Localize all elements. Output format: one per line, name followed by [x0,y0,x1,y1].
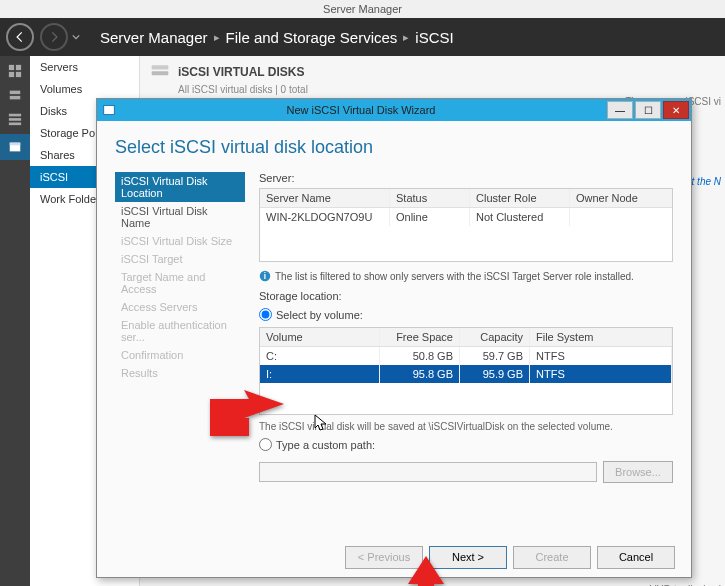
content-subtitle: All iSCSI virtual disks | 0 total [178,84,715,95]
col-free[interactable]: Free Space [380,328,460,346]
step-confirm: Confirmation [115,346,245,364]
cap-cell: 59.7 GB [460,347,530,365]
vol-cell: I: [260,365,380,383]
volume-table-header: Volume Free Space Capacity File System [260,328,672,347]
cursor-icon [314,414,328,436]
svg-marker-24 [408,556,444,586]
sidebar-item-volumes[interactable]: Volumes [30,78,139,100]
chevron-down-icon [72,33,80,41]
minimize-button[interactable]: — [607,101,633,119]
volume-row-i[interactable]: I: 95.8 GB 95.9 GB NTFS [260,365,672,383]
col-status[interactable]: Status [390,189,470,207]
svg-rect-2 [9,72,14,77]
col-filesystem[interactable]: File System [530,328,672,346]
step-size: iSCSI Virtual Disk Size [115,232,245,250]
content-title: iSCSI VIRTUAL DISKS [178,65,304,79]
cap-cell: 95.9 GB [460,365,530,383]
wizard-steps: iSCSI Virtual Disk Location iSCSI Virtua… [115,172,245,529]
server-section-label: Server: [259,172,673,184]
svg-rect-3 [16,72,21,77]
info-text: The list is filtered to show only server… [275,271,634,282]
info-icon: i [259,270,271,282]
cancel-button[interactable]: Cancel [597,546,675,569]
server-owner-cell [570,208,672,226]
wizard-titlebar[interactable]: New iSCSI Virtual Disk Wizard — ☐ ✕ [97,99,691,121]
col-capacity[interactable]: Capacity [460,328,530,346]
free-cell: 50.8 GB [380,347,460,365]
step-location[interactable]: iSCSI Virtual Disk Location [115,172,245,202]
svg-rect-0 [9,65,14,70]
svg-rect-7 [9,118,21,121]
server-icon[interactable] [6,86,24,104]
radio-volume-label: Select by volume: [276,309,363,321]
create-button[interactable]: Create [513,546,591,569]
all-servers-icon[interactable] [6,110,24,128]
breadcrumb: Server Manager ▸ File and Storage Servic… [100,29,454,46]
back-button[interactable] [6,23,34,51]
maximize-button[interactable]: ☐ [635,101,661,119]
breadcrumb-sep-icon: ▸ [214,31,220,44]
svg-text:i: i [264,272,266,281]
forward-button[interactable] [40,23,68,51]
volume-row-c[interactable]: C: 50.8 GB 59.7 GB NTFS [260,347,672,365]
svg-rect-8 [9,123,21,126]
disk-stack-icon [150,62,170,82]
fs-cell: NTFS [530,365,672,383]
svg-rect-13 [104,106,115,115]
col-owner[interactable]: Owner Node [570,189,672,207]
server-status-cell: Online [390,208,470,226]
annotation-arrow-volume [210,390,290,460]
svg-rect-1 [16,65,21,70]
info-note: i The list is filtered to show only serv… [259,270,673,282]
browse-button[interactable]: Browse... [603,461,673,483]
wizard-heading: Select iSCSI virtual disk location [115,137,673,158]
nav-history-dropdown[interactable] [70,23,82,51]
svg-rect-6 [9,114,21,117]
sidebar-item-servers[interactable]: Servers [30,56,139,78]
custom-path-input[interactable] [259,462,597,482]
breadcrumb-sep-icon: ▸ [403,31,409,44]
col-cluster[interactable]: Cluster Role [470,189,570,207]
annotation-arrow-next [396,556,456,586]
storage-location-label: Storage location: [259,290,673,302]
server-table[interactable]: Server Name Status Cluster Role Owner No… [259,188,673,262]
app-titlebar: Server Manager [0,0,725,18]
arrow-right-icon [47,30,61,44]
header: Server Manager ▸ File and Storage Servic… [0,18,725,56]
free-cell: 95.8 GB [380,365,460,383]
step-target-name: Target Name and Access [115,268,245,298]
step-results: Results [115,364,245,382]
step-auth: Enable authentication ser... [115,316,245,346]
volume-table[interactable]: Volume Free Space Capacity File System C… [259,327,673,415]
fs-cell: NTFS [530,347,672,365]
step-target: iSCSI Target [115,250,245,268]
icon-strip [0,56,30,586]
arrow-left-icon [13,30,27,44]
svg-rect-11 [152,65,169,69]
server-row[interactable]: WIN-2KLDOGN7O9U Online Not Clustered [260,208,672,226]
server-cluster-cell: Not Clustered [470,208,570,226]
svg-rect-10 [10,143,21,146]
radio-select-volume[interactable] [259,308,272,321]
dashboard-icon[interactable] [6,62,24,80]
radio-custom-label: Type a custom path: [276,439,375,451]
file-services-icon[interactable] [0,134,30,160]
wizard-title: New iSCSI Virtual Disk Wizard [117,104,605,116]
step-name: iSCSI Virtual Disk Name [115,202,245,232]
breadcrumb-leaf[interactable]: iSCSI [415,29,453,46]
svg-rect-12 [152,71,169,75]
wizard-footer: < Previous Next > Create Cancel [97,537,691,577]
wizard-window: New iSCSI Virtual Disk Wizard — ☐ ✕ Sele… [96,98,692,578]
server-name-cell: WIN-2KLDOGN7O9U [260,208,390,226]
step-access: Access Servers [115,298,245,316]
breadcrumb-root[interactable]: Server Manager [100,29,208,46]
server-table-header: Server Name Status Cluster Role Owner No… [260,189,672,208]
vol-cell: C: [260,347,380,365]
close-button[interactable]: ✕ [663,101,689,119]
svg-rect-4 [10,91,21,95]
col-server-name[interactable]: Server Name [260,189,390,207]
breadcrumb-section[interactable]: File and Storage Services [226,29,398,46]
wizard-app-icon [101,104,117,116]
svg-rect-5 [10,96,21,100]
col-volume[interactable]: Volume [260,328,380,346]
